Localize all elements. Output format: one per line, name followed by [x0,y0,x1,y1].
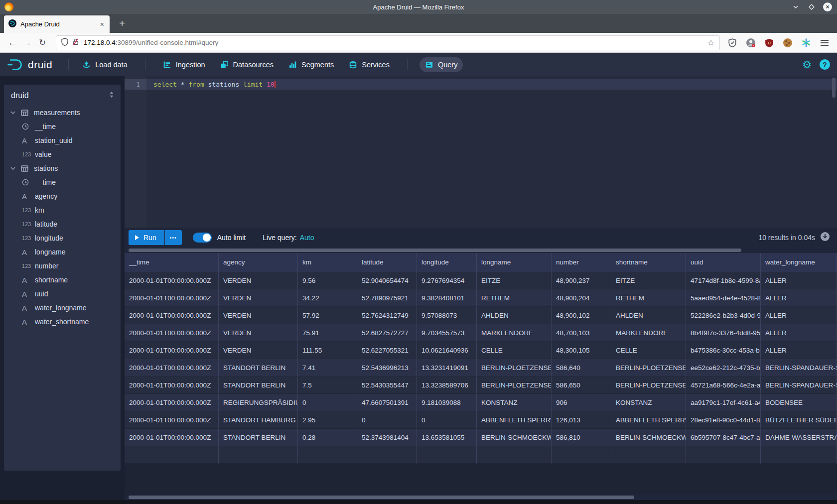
cell-agency[interactable]: VERDEN [219,307,298,324]
cell-water_longname[interactable]: BERLIN-SPANDAUER-S [761,377,837,394]
cookie-icon[interactable] [782,37,793,48]
cell-latitude[interactable]: 0 [357,411,417,429]
cell-shortname[interactable]: AHLDEN [611,307,686,324]
nav-item-load-data[interactable]: Load data [77,57,133,72]
cell-__time[interactable]: 2000-01-01T00:00:00.000Z [125,342,219,359]
cell-longitude[interactable]: 9.57088073 [417,307,477,324]
forward-icon[interactable]: → [20,35,35,50]
sidebar-column-latitude[interactable]: 123latitude [4,217,121,231]
cell-water_longname[interactable]: ALLER [761,272,837,289]
cell-__time[interactable]: 2000-01-01T00:00:00.000Z [125,394,219,411]
chevron-down-icon[interactable] [10,165,21,171]
sidebar-column-water_shortname[interactable]: Awater_shortname [4,315,121,329]
cell-agency[interactable]: VERDEN [219,342,298,359]
insecure-lock-icon[interactable] [72,38,79,48]
live-query-value[interactable]: Auto [300,234,314,242]
download-icon[interactable] [820,232,830,244]
sidebar-column-uuid[interactable]: Auuid [4,287,121,301]
help-icon[interactable]: ? [820,59,830,70]
cell-shortname[interactable]: BERLIN-PLOETZENSEE U [611,377,686,394]
cell-longitude[interactable]: 9.7034557573 [417,324,477,342]
tracking-shield-icon[interactable] [61,38,68,48]
cell-__time[interactable]: 2000-01-01T00:00:00.000Z [125,307,219,324]
cell-__time[interactable]: 2000-01-01T00:00:00.000Z [125,272,219,289]
cell-__time[interactable]: 2000-01-01T00:00:00.000Z [125,377,219,394]
sidebar-column-__time[interactable]: __time [4,175,121,189]
cell-longitude[interactable]: 13.653581055 [417,429,477,446]
cell-uuid[interactable]: 47174d8f-1b8e-4599-8a [686,272,761,289]
ublock-icon[interactable]: U [764,37,775,48]
cell-km[interactable]: 2.95 [298,411,357,429]
cell-number[interactable]: 126,013 [552,411,611,429]
query-editor[interactable]: 1 select * from stations limit 10 [125,76,837,228]
cell-uuid[interactable]: 45721a68-566c-4e2a-a6 [686,377,761,394]
cell-number[interactable]: 586,810 [552,429,611,446]
cell-uuid[interactable]: 28ec91e8-90c0-44d1-8f [686,411,761,429]
cell-km[interactable]: 7.5 [298,377,357,394]
cell-shortname[interactable]: MARKLENDORF [611,324,686,342]
cell-latitude[interactable]: 52.3743981404 [357,429,417,446]
column-header-latitude[interactable]: latitude [357,253,417,272]
cell-latitude[interactable]: 52.5436996213 [357,359,417,377]
column-header-agency[interactable]: agency [219,253,298,272]
cell-shortname[interactable]: BERLIN-SCHMOECKWITZ [611,429,686,446]
sidebar-column-longname[interactable]: Alongname [4,245,121,259]
cell-longname[interactable]: AHLDEN [477,307,552,324]
cell-number[interactable]: 48,300,105 [552,342,611,359]
cell-water_longname[interactable]: BÜTZFLETHER SÜDERE [761,411,837,429]
cell-longitude[interactable]: 0 [417,411,477,429]
sidebar-column-value[interactable]: 123value [4,147,121,161]
restore-icon[interactable] [807,2,816,11]
nav-item-segments[interactable]: Segments [283,57,339,72]
more-options-button[interactable]: ••• [165,230,182,245]
cell-number[interactable]: 48,700,103 [552,324,611,342]
nav-item-ingestion[interactable]: Ingestion [157,57,211,72]
nav-item-datasources[interactable]: Datasources [215,57,279,72]
cell-longitude[interactable]: 10.0621640936 [417,342,477,359]
nav-item-query[interactable]: Query [419,57,463,72]
cell-longitude[interactable]: 13.3231419091 [417,359,477,377]
auto-limit-toggle[interactable] [193,233,212,243]
sidebar-column-station_uuid[interactable]: Astation_uuid [4,133,121,147]
sort-icon[interactable] [109,91,115,100]
tab-close-icon[interactable]: × [99,20,105,28]
nav-item-services[interactable]: Services [343,57,395,72]
run-button[interactable]: Run [129,230,164,245]
cell-longname[interactable]: ABBENFLETH SPERRWER [477,411,552,429]
cell-number[interactable]: 48,900,237 [552,272,611,289]
cell-shortname[interactable]: ABBENFLETH SPERRWER [611,411,686,429]
cell-latitude[interactable]: 52.6827572727 [357,324,417,342]
cell-longname[interactable]: RETHEM [477,289,552,307]
cell-number[interactable]: 48,900,102 [552,307,611,324]
cell-km[interactable]: 7.41 [298,359,357,377]
cell-shortname[interactable]: EITZE [611,272,686,289]
url-bar[interactable]: 172.18.0.4:30899/unified-console.html#qu… [56,35,720,50]
column-header-shortname[interactable]: shortname [611,253,686,272]
cell-agency[interactable]: REGIERUNGSPRÄSIDIUM [219,394,298,411]
chevron-down-icon[interactable] [10,110,21,116]
minimize-icon[interactable] [791,2,800,11]
cell-agency[interactable]: VERDEN [219,272,298,289]
extension-avatar-icon[interactable]: x [745,37,756,48]
column-header-longname[interactable]: longname [477,253,552,272]
url-text[interactable]: 172.18.0.4:30899/unified-console.html#qu… [84,39,707,46]
column-header-uuid[interactable]: uuid [686,253,761,272]
cell-uuid[interactable]: b475386c-30cc-453a-b3 [686,342,761,359]
cell-km[interactable]: 0 [298,394,357,411]
cell-agency[interactable]: STANDORT HAMBURG [219,411,298,429]
cell-longname[interactable]: MARKLENDORF [477,324,552,342]
cell-uuid[interactable]: 6b595707-8c47-4bc7-a8 [686,429,761,446]
sidebar-column-longitude[interactable]: 123longitude [4,231,121,245]
cell-longname[interactable]: BERLIN-SCHMOECKWITZ [477,429,552,446]
column-header-number[interactable]: number [552,253,611,272]
cell-water_longname[interactable]: DAHME-WASSERSTRAS [761,429,837,446]
sidebar-item-measurements[interactable]: measurements [4,106,121,120]
cell-uuid[interactable]: 8b4f9f7c-3376-4dd8-95c [686,324,761,342]
menu-icon[interactable] [819,37,830,48]
column-header-km[interactable]: km [298,253,357,272]
cell-__time[interactable]: 2000-01-01T00:00:00.000Z [125,359,219,377]
cell-agency[interactable]: VERDEN [219,289,298,307]
cell-number[interactable]: 906 [552,394,611,411]
reload-icon[interactable]: ↻ [35,35,50,50]
sidebar-item-stations[interactable]: stations [4,161,121,175]
